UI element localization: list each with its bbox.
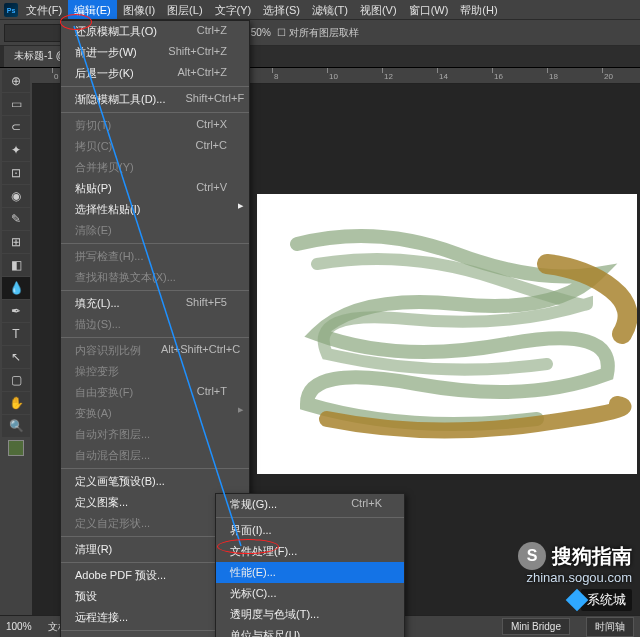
- shape-tool[interactable]: ▢: [2, 369, 30, 391]
- menu-file[interactable]: 文件(F): [20, 0, 68, 19]
- eraser-tool[interactable]: ◧: [2, 254, 30, 276]
- blur-tool[interactable]: 💧: [2, 277, 30, 299]
- edit-menu-item-4: 剪切(T)Ctrl+X: [61, 115, 249, 136]
- brush-preset[interactable]: [4, 24, 64, 42]
- edit-menu-item-13: 描边(S)...: [61, 314, 249, 335]
- menu-layer[interactable]: 图层(L): [161, 0, 208, 19]
- menu-edit[interactable]: 编辑(E): [68, 0, 117, 19]
- canvas-strokes: [257, 194, 637, 474]
- zoom-level[interactable]: 100%: [6, 621, 32, 632]
- edit-menu-item-12[interactable]: 填充(L)...Shift+F5: [61, 293, 249, 314]
- prefs-menu-item-2[interactable]: 文件处理(F)...: [216, 541, 404, 562]
- edit-menu-item-2[interactable]: 后退一步(K)Alt+Ctrl+Z: [61, 63, 249, 84]
- edit-menu-item-5: 拷贝(C)Ctrl+C: [61, 136, 249, 157]
- menu-view[interactable]: 视图(V): [354, 0, 403, 19]
- menu-image[interactable]: 图像(I): [117, 0, 161, 19]
- wand-tool[interactable]: ✦: [2, 139, 30, 161]
- edit-menu-item-14: 内容识别比例Alt+Shift+Ctrl+C: [61, 340, 249, 361]
- prefs-menu-item-6[interactable]: 单位与标尺(U)...: [216, 625, 404, 637]
- prefs-menu-item-5[interactable]: 透明度与色域(T)...: [216, 604, 404, 625]
- edit-menu-item-10: 拼写检查(H)...: [61, 246, 249, 267]
- sample-all-layers[interactable]: ☐ 对所有图层取样: [277, 26, 359, 40]
- edit-menu-item-1[interactable]: 前进一步(W)Shift+Ctrl+Z: [61, 42, 249, 63]
- prefs-menu-item-3[interactable]: 性能(E)...: [216, 562, 404, 583]
- edit-menu-item-6: 合并拷贝(Y): [61, 157, 249, 178]
- app-icon: Ps: [4, 3, 18, 17]
- preferences-submenu: 常规(G)...Ctrl+K界面(I)...文件处理(F)...性能(E)...…: [215, 493, 405, 637]
- opacity-value[interactable]: 50%: [251, 27, 271, 38]
- menu-type[interactable]: 文字(Y): [209, 0, 258, 19]
- menu-select[interactable]: 选择(S): [257, 0, 306, 19]
- hand-tool[interactable]: ✋: [2, 392, 30, 414]
- pen-tool[interactable]: ✒: [2, 300, 30, 322]
- timeline-tab[interactable]: 时间轴: [586, 617, 634, 637]
- crop-tool[interactable]: ⊡: [2, 162, 30, 184]
- prefs-menu-item-0[interactable]: 常规(G)...Ctrl+K: [216, 494, 404, 515]
- edit-menu-item-19: 自动混合图层...: [61, 445, 249, 466]
- prefs-menu-item-4[interactable]: 光标(C)...: [216, 583, 404, 604]
- path-tool[interactable]: ↖: [2, 346, 30, 368]
- edit-menu-item-20[interactable]: 定义画笔预设(B)...: [61, 471, 249, 492]
- menu-help[interactable]: 帮助(H): [454, 0, 503, 19]
- text-tool[interactable]: T: [2, 323, 30, 345]
- edit-menu-item-15: 操控变形: [61, 361, 249, 382]
- edit-menu-item-17: 变换(A): [61, 403, 249, 424]
- menu-filter[interactable]: 滤镜(T): [306, 0, 354, 19]
- edit-menu-item-9: 清除(E): [61, 220, 249, 241]
- move-tool[interactable]: ⊕: [2, 70, 30, 92]
- edit-menu-item-11: 查找和替换文本(X)...: [61, 267, 249, 288]
- brush-tool[interactable]: ✎: [2, 208, 30, 230]
- eyedropper-tool[interactable]: ◉: [2, 185, 30, 207]
- edit-menu-item-3[interactable]: 渐隐模糊工具(D)...Shift+Ctrl+F: [61, 89, 249, 110]
- zoom-tool[interactable]: 🔍: [2, 415, 30, 437]
- menubar: 文件(F) 编辑(E) 图像(I) 图层(L) 文字(Y) 选择(S) 滤镜(T…: [0, 0, 640, 20]
- edit-menu-item-0[interactable]: 还原模糊工具(O)Ctrl+Z: [61, 21, 249, 42]
- foreground-color[interactable]: [8, 440, 24, 456]
- tool-palette: ⊕ ▭ ⊂ ✦ ⊡ ◉ ✎ ⊞ ◧ 💧 ✒ T ↖ ▢ ✋ 🔍: [0, 68, 32, 615]
- menu-window[interactable]: 窗口(W): [403, 0, 455, 19]
- edit-menu-item-8[interactable]: 选择性粘贴(I): [61, 199, 249, 220]
- mini-bridge-tab[interactable]: Mini Bridge: [502, 618, 570, 635]
- lasso-tool[interactable]: ⊂: [2, 116, 30, 138]
- marquee-tool[interactable]: ▭: [2, 93, 30, 115]
- canvas[interactable]: [257, 194, 637, 474]
- edit-menu-item-16: 自由变换(F)Ctrl+T: [61, 382, 249, 403]
- edit-menu-item-7[interactable]: 粘贴(P)Ctrl+V: [61, 178, 249, 199]
- edit-menu-item-18: 自动对齐图层...: [61, 424, 249, 445]
- prefs-menu-item-1[interactable]: 界面(I)...: [216, 520, 404, 541]
- stamp-tool[interactable]: ⊞: [2, 231, 30, 253]
